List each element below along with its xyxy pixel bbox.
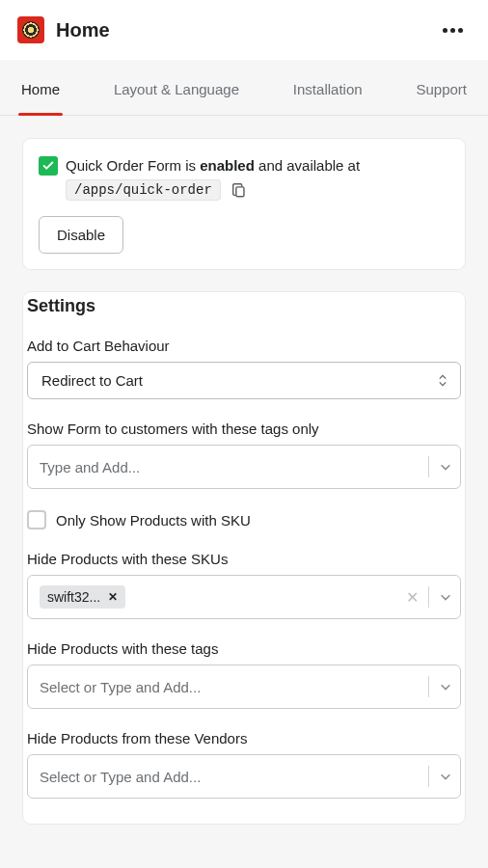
status-prefix: Quick Order Form is [66, 157, 200, 174]
app-header: Home [0, 0, 488, 60]
hide-skus-combo[interactable]: swift32... ✕ ✕ [27, 575, 461, 619]
page-title: Home [56, 19, 110, 41]
field-hide-vendors: Hide Products from these Vendors Select … [27, 730, 461, 799]
sku-checkbox-label: Only Show Products with SKU [56, 512, 251, 529]
field-hide-skus: Hide Products with these SKUs swift32...… [27, 551, 461, 619]
chevron-down-icon[interactable] [439, 680, 452, 693]
cart-select[interactable]: Redirect to Cart [27, 362, 461, 399]
hide-tags-combo[interactable]: Select or Type and Add... [27, 665, 461, 709]
show-tags-label: Show Form to customers with these tags o… [27, 420, 461, 437]
more-menu-icon[interactable] [435, 20, 471, 41]
hide-skus-label: Hide Products with these SKUs [27, 551, 461, 567]
sku-chip-text: swift32... [47, 589, 100, 605]
divider [428, 766, 429, 787]
hide-tags-label: Hide Products with these tags [27, 640, 461, 657]
chevron-down-icon[interactable] [439, 770, 452, 783]
disable-button[interactable]: Disable [39, 216, 123, 254]
tab-support[interactable]: Support [416, 60, 467, 115]
app-path: /apps/quick-order [66, 179, 221, 201]
hide-tags-placeholder: Select or Type and Add... [40, 679, 201, 695]
check-icon [39, 156, 58, 176]
sku-checkbox[interactable] [27, 510, 46, 529]
svg-rect-0 [236, 187, 244, 197]
copy-icon[interactable] [230, 181, 248, 199]
divider [428, 456, 429, 477]
cart-select-value: Redirect to Cart [41, 372, 143, 389]
field-hide-tags: Hide Products with these tags Select or … [27, 640, 461, 709]
show-tags-placeholder: Type and Add... [40, 459, 140, 475]
field-show-tags: Show Form to customers with these tags o… [27, 420, 461, 489]
hide-vendors-combo[interactable]: Select or Type and Add... [27, 754, 461, 799]
status-text: Quick Order Form is enabled and availabl… [66, 154, 449, 201]
status-card: Quick Order Form is enabled and availabl… [23, 139, 465, 269]
cart-label: Add to Cart Behaviour [27, 338, 461, 354]
settings-card: Settings Add to Cart Behaviour Redirect … [23, 292, 465, 824]
sku-checkbox-row: Only Show Products with SKU [27, 510, 461, 529]
tab-home[interactable]: Home [21, 60, 60, 115]
header-left: Home [17, 16, 110, 43]
status-bold: enabled [200, 157, 255, 174]
field-cart-behaviour: Add to Cart Behaviour Redirect to Cart [27, 338, 461, 399]
status-suffix: and available at [255, 157, 360, 174]
settings-title: Settings [27, 296, 461, 316]
show-tags-combo[interactable]: Type and Add... [27, 445, 461, 489]
tab-installation[interactable]: Installation [293, 60, 363, 115]
divider [428, 586, 429, 608]
clear-icon[interactable]: ✕ [406, 588, 419, 607]
divider [428, 676, 429, 697]
sku-chip: swift32... ✕ [40, 585, 125, 609]
hide-vendors-label: Hide Products from these Vendors [27, 730, 461, 746]
chevron-down-icon[interactable] [439, 590, 452, 604]
select-arrows-icon [439, 374, 447, 387]
chevron-down-icon[interactable] [439, 460, 452, 474]
tab-layout[interactable]: Layout & Language [114, 60, 239, 115]
app-logo [17, 16, 44, 43]
tab-bar: Home Layout & Language Installation Supp… [0, 60, 488, 116]
hide-vendors-placeholder: Select or Type and Add... [40, 769, 201, 785]
chip-remove-icon[interactable]: ✕ [108, 590, 118, 604]
